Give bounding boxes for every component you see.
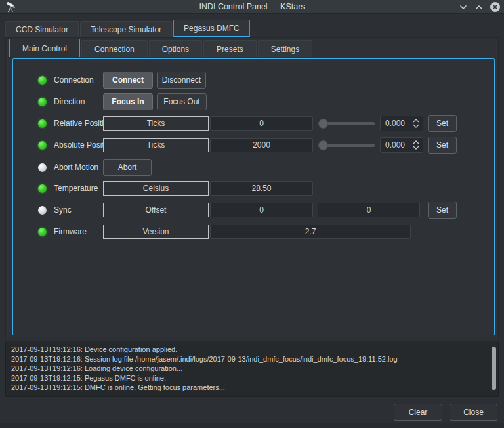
tab-ccd-simulator[interactable]: CCD Simulator (5, 21, 79, 37)
tab-presets[interactable]: Presets (203, 40, 257, 57)
log-line: 2017-09-13T19:12:15: DMFC is online. Get… (11, 383, 488, 393)
absolute-position-value-field[interactable]: 2000 (210, 138, 313, 152)
slider-handle[interactable] (318, 119, 328, 129)
row-label: Direction (54, 97, 85, 106)
row-firmware: Firmware Version 2.7 (13, 223, 494, 240)
sync-set-button[interactable]: Set (428, 202, 457, 219)
spinbox-arrows (413, 119, 423, 128)
log-scrollbar[interactable] (492, 344, 496, 394)
log-line: 2017-09-13T19:12:16: Loading device conf… (11, 364, 488, 374)
sync-element-label: Offset (103, 203, 209, 217)
maximize-icon[interactable] (474, 2, 484, 12)
temperature-element-label: Celsius (103, 181, 209, 196)
log-line: 2017-09-13T19:12:15: Pegasus DMFC is onl… (11, 374, 488, 383)
spinbox-arrows (413, 140, 423, 150)
device-tabbar: CCD Simulator Telescope Simulator Pegasu… (5, 20, 251, 37)
absolute-position-status-led (38, 141, 47, 150)
relative-position-set-button[interactable]: Set (428, 115, 457, 132)
sync-value-field[interactable]: 0 (210, 203, 313, 217)
row-label: Temperature (54, 184, 98, 193)
spin-down-icon (413, 146, 419, 150)
abort-motion-status-led (38, 163, 47, 172)
log-line: 2017-09-13T19:12:16: Device configuratio… (11, 345, 488, 354)
absolute-position-element-label: Ticks (103, 138, 209, 152)
sync-input-field[interactable]: 0 (318, 203, 420, 217)
temperature-value-field: 28.50 (210, 181, 313, 196)
connect-button[interactable]: Connect (103, 72, 153, 89)
close-button[interactable] (490, 2, 500, 12)
absolute-position-slider[interactable] (318, 140, 375, 150)
indi-control-panel-window: INDI Control Panel — KStars CCD Simulato… (0, 0, 504, 428)
row-relative-position: Relative Position Ticks 0 0.000 Set (13, 115, 494, 132)
slider-handle[interactable] (318, 140, 328, 150)
firmware-element-label: Version (103, 225, 209, 239)
device-page-pegasus-dmfc: Main Control Connection Options Presets … (5, 37, 499, 337)
row-direction: Direction Focus In Focus Out (13, 93, 494, 110)
relative-position-status-led (38, 119, 47, 128)
spinbox-value: 0.000 (381, 119, 413, 128)
window-title: INDI Control Panel — KStars (0, 2, 504, 11)
temperature-status-led (38, 184, 47, 193)
spin-up-icon (413, 140, 419, 144)
tab-connection[interactable]: Connection (81, 40, 148, 57)
telescope-icon (5, 1, 17, 12)
direction-status-led (38, 98, 47, 106)
relative-position-spinbox[interactable]: 0.000 (380, 116, 423, 131)
tab-pegasus-dmfc[interactable]: Pegasus DMFC (173, 20, 250, 37)
firmware-status-led (38, 228, 47, 236)
titlebar: INDI Control Panel — KStars (0, 0, 504, 14)
relative-position-value-field[interactable]: 0 (210, 116, 313, 131)
focus-out-button[interactable]: Focus Out (157, 93, 207, 110)
tab-settings[interactable]: Settings (258, 40, 312, 57)
row-label: Connection (54, 75, 94, 85)
disconnect-button[interactable]: Disconnect (157, 72, 206, 89)
absolute-position-spinbox[interactable]: 0.000 (380, 137, 423, 153)
tab-telescope-simulator[interactable]: Telescope Simulator (80, 21, 172, 37)
slider-track (324, 144, 375, 147)
scrollbar-thumb[interactable] (492, 347, 496, 390)
row-temperature: Temperature Celsius 28.50 (13, 180, 494, 197)
relative-position-slider[interactable] (318, 119, 375, 129)
row-label: Abort Motion (54, 163, 98, 172)
slider-track (324, 122, 375, 125)
spin-down-icon (413, 124, 419, 128)
connection-status-led (38, 76, 47, 85)
minimize-icon[interactable] (458, 2, 469, 12)
row-sync: Sync Offset 0 0 Set (13, 202, 494, 219)
tab-main-control[interactable]: Main Control (9, 39, 80, 57)
close-dialog-button[interactable]: Close (450, 404, 497, 421)
firmware-value-field: 2.7 (210, 225, 411, 239)
property-tabbar: Main Control Connection Options Presets … (9, 39, 314, 57)
row-abort-motion: Abort Motion Abort (13, 159, 494, 176)
row-connection: Connection Connect Disconnect (13, 72, 494, 89)
row-absolute-position: Absolute Position Ticks 2000 0.000 Set (13, 137, 494, 154)
sync-status-led (38, 206, 47, 215)
relative-position-element-label: Ticks (103, 116, 209, 131)
close-icon (490, 2, 500, 12)
tab-options[interactable]: Options (149, 40, 202, 57)
log-line: 2017-09-13T19:12:16: Session log file /h… (11, 354, 488, 364)
clear-button[interactable]: Clear (394, 404, 442, 421)
titlebar-controls (458, 0, 500, 14)
log-view[interactable]: 2017-09-13T19:12:16: Device configuratio… (5, 341, 499, 397)
row-label: Sync (54, 205, 72, 215)
focus-in-button[interactable]: Focus In (103, 93, 153, 110)
spinbox-value: 0.000 (381, 140, 413, 150)
row-label: Firmware (54, 227, 87, 236)
spin-up-icon (413, 119, 419, 123)
absolute-position-set-button[interactable]: Set (428, 137, 457, 154)
window-bottom-edge (0, 423, 504, 428)
abort-button[interactable]: Abort (103, 159, 152, 176)
main-control-panel: Connection Connect Disconnect Direction … (12, 58, 495, 335)
